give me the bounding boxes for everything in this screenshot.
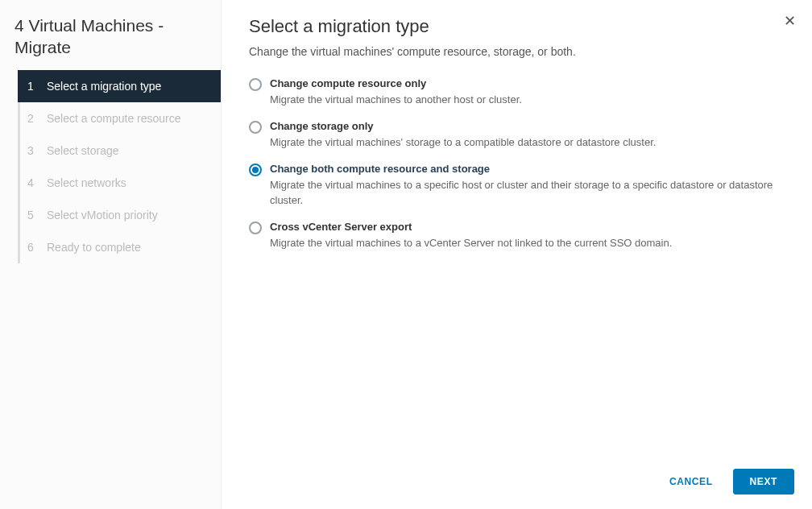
option-desc: Migrate the virtual machines' storage to… [270,135,785,150]
step-number: 2 [27,112,40,125]
migration-options: Change compute resource only Migrate the… [249,77,785,250]
wizard-footer: CANCEL NEXT [222,456,812,509]
option-title: Cross vCenter Server export [270,221,785,233]
option-text: Change storage only Migrate the virtual … [270,120,785,150]
option-text: Change both compute resource and storage… [270,163,785,207]
step-label: Ready to complete [47,241,141,254]
step-label: Select storage [47,144,119,157]
option-title: Change storage only [270,120,785,132]
option-desc: Migrate the virtual machines to a specif… [270,178,785,207]
wizard-sidebar: 4 Virtual Machines - Migrate 1 Select a … [0,0,222,509]
radio-icon [249,163,262,176]
option-title: Change compute resource only [270,77,785,89]
option-cross-vcenter-export[interactable]: Cross vCenter Server export Migrate the … [249,221,785,250]
step-select-networks[interactable]: 4 Select networks [18,167,221,199]
option-desc: Migrate the virtual machines to a vCente… [270,236,785,250]
step-select-storage[interactable]: 3 Select storage [18,134,221,167]
wizard-steps: 1 Select a migration type 2 Select a com… [18,70,221,263]
step-label: Select a compute resource [47,112,181,125]
step-number: 5 [27,209,40,221]
option-title: Change both compute resource and storage [270,163,785,175]
option-desc: Migrate the virtual machines to another … [270,93,785,107]
step-ready-to-complete[interactable]: 6 Ready to complete [18,231,221,263]
option-change-compute-only[interactable]: Change compute resource only Migrate the… [249,77,785,107]
step-select-compute-resource[interactable]: 2 Select a compute resource [18,102,221,134]
step-label: Select vMotion priority [47,209,158,221]
page-subtitle: Change the virtual machines' compute res… [249,45,785,58]
step-select-vmotion-priority[interactable]: 5 Select vMotion priority [18,199,221,231]
step-number: 6 [27,241,40,254]
radio-icon [249,78,262,91]
main-pane: ✕ Select a migration type Change the vir… [222,0,812,509]
step-number: 1 [27,80,40,93]
page-title: Select a migration type [249,16,785,37]
close-icon[interactable]: ✕ [781,13,798,29]
radio-icon [249,221,262,234]
content-area: Select a migration type Change the virtu… [222,0,812,456]
radio-icon [249,121,262,134]
step-label: Select networks [47,176,126,189]
step-select-migration-type[interactable]: 1 Select a migration type [18,70,221,102]
wizard-title: 4 Virtual Machines - Migrate [0,10,221,70]
next-button[interactable]: NEXT [733,469,794,495]
option-text: Cross vCenter Server export Migrate the … [270,221,785,250]
option-change-storage-only[interactable]: Change storage only Migrate the virtual … [249,120,785,150]
option-change-both[interactable]: Change both compute resource and storage… [249,163,785,207]
step-number: 3 [27,144,40,157]
step-label: Select a migration type [47,80,161,93]
option-text: Change compute resource only Migrate the… [270,77,785,107]
cancel-button[interactable]: CANCEL [656,469,727,495]
step-number: 4 [27,176,40,189]
